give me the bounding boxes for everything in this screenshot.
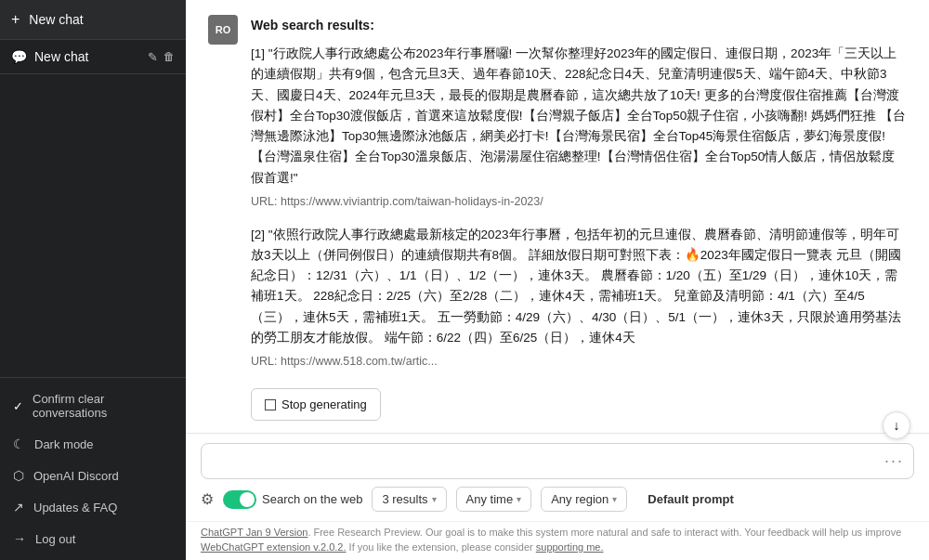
plus-icon: + <box>11 11 20 28</box>
region-dropdown[interactable]: Any region ▾ <box>541 487 627 512</box>
sidebar-item-updates-faq[interactable]: ↗ Updates & FAQ <box>0 491 186 523</box>
chat-input[interactable] <box>211 454 884 469</box>
sidebar-item-discord-label: OpenAI Discord <box>33 469 119 483</box>
results-chevron-icon: ▾ <box>432 494 437 504</box>
results-value: 3 results <box>382 492 427 506</box>
footer-text-3: If you like the extension, please consid… <box>347 541 536 553</box>
result-1-text: [1] "行政院人事行政總處公布2023年行事曆囉! 一次幫你整理好2023年的… <box>251 44 907 189</box>
input-options-button[interactable]: ··· <box>884 451 904 471</box>
avatar: RO <box>208 15 238 45</box>
time-dropdown[interactable]: Any time ▾ <box>456 487 532 512</box>
result-2-text: [2] "依照行政院人事行政總處最新核定的2023年行事曆，包括年初的元旦連假、… <box>251 225 907 349</box>
region-value: Any region <box>551 492 608 506</box>
result-1-block: [1] "行政院人事行政總處公布2023年行事曆囉! 一次幫你整理好2023年的… <box>251 44 907 211</box>
toggle-bg[interactable] <box>223 490 256 509</box>
new-chat-item[interactable]: 💬 New chat ✎ 🗑 <box>0 40 186 74</box>
toggle-label: Search on the web <box>262 492 362 506</box>
edit-chat-icon[interactable]: ✎ <box>148 50 158 64</box>
sidebar-item-dark-mode[interactable]: ☾ Dark mode <box>0 428 186 460</box>
default-prompt-button[interactable]: Default prompt <box>636 488 744 511</box>
time-chevron-icon: ▾ <box>517 494 521 504</box>
sidebar-item-confirm-clear-label: Confirm clear conversations <box>33 392 173 420</box>
input-area: ··· ⚙ Search on the web 3 results ▾ Any … <box>186 433 929 521</box>
delete-chat-icon[interactable]: 🗑 <box>164 50 175 64</box>
sidebar-item-logout-label: Log out <box>35 532 75 546</box>
check-icon: ✓ <box>13 399 23 413</box>
results-dropdown[interactable]: 3 results ▾ <box>372 487 446 512</box>
result-2-url: URL: https://www.518.com.tw/artic... <box>251 352 907 371</box>
scroll-down-button[interactable]: ↓ <box>883 411 910 439</box>
stop-icon <box>265 399 276 410</box>
main-panel: RO Web search results: [1] "行政院人事行政總處公布2… <box>186 0 929 560</box>
region-chevron-icon: ▾ <box>612 494 617 504</box>
new-chat-top-label: New chat <box>29 12 83 27</box>
footer: ChatGPT Jan 9 Version. Free Research Pre… <box>186 521 929 560</box>
tune-icon[interactable]: ⚙ <box>201 490 214 508</box>
moon-icon: ☾ <box>13 436 25 451</box>
stop-generating-button[interactable]: Stop generating <box>251 388 381 421</box>
result-2-block: [2] "依照行政院人事行政總處最新核定的2023年行事曆，包括年初的元旦連假、… <box>251 225 907 371</box>
result-1-url: URL: https://www.viviantrip.com/taiwan-h… <box>251 192 907 212</box>
sidebar-item-confirm-clear[interactable]: ✓ Confirm clear conversations <box>0 384 186 428</box>
chat-area[interactable]: RO Web search results: [1] "行政院人事行政總處公布2… <box>186 0 929 433</box>
sidebar-item-dark-mode-label: Dark mode <box>34 437 94 451</box>
sidebar-bottom-menu: ✓ Confirm clear conversations ☾ Dark mod… <box>0 377 186 560</box>
search-on-web-toggle[interactable]: Search on the web <box>223 490 362 509</box>
footer-text-2: . Free Research Preview. Our goal is to … <box>307 527 901 538</box>
support-link[interactable]: supporting me. <box>536 541 604 553</box>
chat-bubble-icon: 💬 <box>11 49 27 64</box>
sidebar: + New chat 💬 New chat ✎ 🗑 ✓ Confirm clea… <box>0 0 186 560</box>
stop-generating-label: Stop generating <box>281 395 367 414</box>
message-row: RO Web search results: [1] "行政院人事行政總處公布2… <box>208 15 907 421</box>
sidebar-item-log-out[interactable]: → Log out <box>0 523 186 554</box>
sidebar-item-openai-discord[interactable]: ⬡ OpenAI Discord <box>0 460 186 491</box>
new-chat-item-label: New chat <box>34 49 88 64</box>
web-search-label: Web search results: <box>251 15 907 36</box>
new-chat-top-button[interactable]: + New chat <box>0 0 186 40</box>
webchatgpt-link[interactable]: WebChatGPT extension v.2.0.2. <box>201 541 347 553</box>
input-row: ··· <box>201 443 914 479</box>
toolbar-row: ⚙ Search on the web 3 results ▾ Any time… <box>201 487 914 515</box>
chatgpt-version-link[interactable]: ChatGPT Jan 9 Version <box>201 527 307 538</box>
external-link-icon: ↗ <box>13 500 24 514</box>
discord-icon: ⬡ <box>13 468 24 483</box>
message-content: Web search results: [1] "行政院人事行政總處公布2023… <box>251 15 907 421</box>
sidebar-item-updates-label: Updates & FAQ <box>33 501 117 514</box>
time-value: Any time <box>466 492 514 506</box>
logout-icon: → <box>13 531 26 546</box>
